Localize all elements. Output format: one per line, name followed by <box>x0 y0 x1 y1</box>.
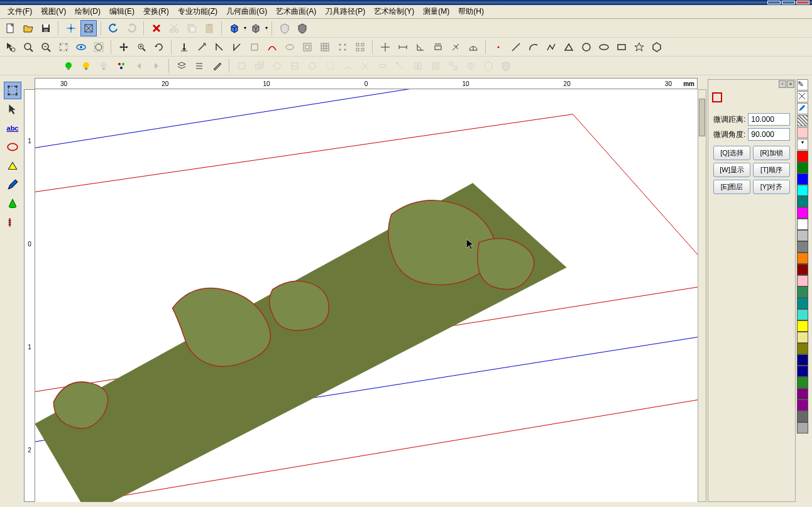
dim-horiz-icon[interactable] <box>395 39 411 55</box>
zoom-window-icon[interactable] <box>133 39 150 55</box>
color-swatch[interactable] <box>797 185 808 196</box>
shield-dark-icon[interactable] <box>294 20 310 36</box>
cube-gray-icon[interactable] <box>248 20 264 36</box>
menu-art[interactable]: 艺术曲面(A) <box>272 5 320 18</box>
line-icon[interactable] <box>508 39 524 55</box>
curve-icon[interactable] <box>264 39 280 55</box>
scrollbar-thumb[interactable] <box>699 99 705 136</box>
array2-icon[interactable] <box>352 39 368 55</box>
concentric-rect-icon[interactable] <box>299 39 315 55</box>
eye-icon[interactable] <box>73 39 89 55</box>
color-swatch[interactable] <box>797 264 808 275</box>
show-button[interactable]: [W]显示 <box>713 163 750 177</box>
cone-tool-icon[interactable] <box>4 195 21 212</box>
angle-up-icon[interactable] <box>211 39 228 55</box>
palette-hatch-icon[interactable] <box>797 115 808 126</box>
polyline-icon[interactable] <box>543 39 559 55</box>
polygon-icon[interactable] <box>649 39 665 55</box>
brush-icon[interactable] <box>209 58 225 74</box>
menu-artdraw[interactable]: 艺术绘制(Y) <box>370 5 418 18</box>
pencil-tool-icon[interactable] <box>4 176 21 194</box>
dim-box-icon[interactable] <box>430 39 446 55</box>
grid3-icon[interactable] <box>317 39 333 55</box>
layer-button[interactable]: [E]图层 <box>713 180 750 194</box>
rotate-view-icon[interactable] <box>151 39 167 55</box>
zoom-in-icon[interactable] <box>20 39 36 55</box>
shield-light-icon[interactable] <box>277 20 293 36</box>
color-swatch[interactable] <box>797 366 808 377</box>
color-swatch[interactable] <box>797 162 808 173</box>
color-swatch[interactable] <box>797 320 808 332</box>
color-swatch[interactable] <box>797 241 808 253</box>
menu-geom[interactable]: 几何曲面(G) <box>222 5 271 18</box>
zoom-fit-icon[interactable] <box>55 39 72 55</box>
arc-icon[interactable] <box>525 39 542 55</box>
menu-file[interactable]: 文件(F) <box>4 5 36 18</box>
color-swatch[interactable] <box>797 196 808 207</box>
dim-angle-icon[interactable] <box>412 39 429 55</box>
select-tool-icon[interactable] <box>4 82 21 99</box>
palette-dd-icon[interactable]: ▾ <box>797 139 808 150</box>
panel-close-icon[interactable]: × <box>787 80 794 88</box>
rect-outline-icon[interactable] <box>246 39 263 55</box>
rectangle-icon[interactable] <box>613 39 630 55</box>
menu-help[interactable]: 帮助(H) <box>454 5 488 18</box>
crosshair-icon[interactable] <box>377 39 393 55</box>
color-swatch[interactable] <box>797 377 808 388</box>
palette-x-icon[interactable] <box>797 91 808 102</box>
point-icon[interactable] <box>490 39 507 55</box>
color-swatch[interactable] <box>797 343 808 354</box>
dim-arc-icon[interactable] <box>447 39 464 55</box>
color-swatch[interactable] <box>797 332 808 343</box>
vertical-scrollbar[interactable] <box>698 89 706 502</box>
angle-down-icon[interactable] <box>229 39 245 55</box>
bulb-yellow-icon[interactable] <box>78 58 94 74</box>
ellipse-icon[interactable] <box>596 39 612 55</box>
triangle-icon[interactable] <box>561 39 577 55</box>
color-swatch[interactable] <box>797 286 808 298</box>
line-diag-icon[interactable] <box>194 39 210 55</box>
menu-view[interactable]: 视图(V) <box>37 5 70 18</box>
align-button[interactable]: [Y]对齐 <box>753 180 790 194</box>
menu-tool[interactable]: 刀具路径(P) <box>321 5 369 18</box>
protractor-icon[interactable] <box>465 39 481 55</box>
bulb-green-icon[interactable] <box>60 58 77 74</box>
close-button[interactable] <box>796 1 809 4</box>
stack-icon[interactable] <box>173 58 190 74</box>
color-swatch[interactable] <box>797 400 808 411</box>
circle-tool-icon[interactable] <box>4 138 21 156</box>
color-swatch[interactable] <box>797 207 808 219</box>
pan-icon[interactable] <box>116 39 132 55</box>
line-start-icon[interactable] <box>176 39 192 55</box>
new-file-icon[interactable] <box>3 20 19 36</box>
lock-button[interactable]: [R]加锁 <box>753 146 790 160</box>
color-swatch[interactable] <box>797 253 808 264</box>
palette-pink-icon[interactable] <box>797 127 808 138</box>
panel-tab-icon[interactable] <box>712 92 722 102</box>
palette-tool1-icon[interactable]: ✎ <box>797 79 808 90</box>
menu-transform[interactable]: 变换(R) <box>140 5 173 18</box>
menu-pro[interactable]: 专业功能(Z) <box>174 5 221 18</box>
save-file-icon[interactable] <box>38 20 54 36</box>
open-file-icon[interactable] <box>20 20 36 36</box>
zoom-out-icon[interactable] <box>38 39 54 55</box>
snap-grid-icon[interactable] <box>80 20 97 36</box>
atoms-icon[interactable] <box>113 58 129 74</box>
color-swatch[interactable] <box>797 411 808 422</box>
color-swatch[interactable] <box>797 298 808 309</box>
color-swatch[interactable] <box>797 354 808 366</box>
delete-icon[interactable] <box>148 20 165 36</box>
maximize-button[interactable] <box>782 1 795 4</box>
color-swatch[interactable] <box>797 151 808 162</box>
undo-icon[interactable] <box>106 20 122 36</box>
pointer-tool-icon[interactable] <box>4 101 21 118</box>
star-icon[interactable] <box>631 39 647 55</box>
select-button[interactable]: [Q]选择 <box>713 146 750 160</box>
measure-tool-icon[interactable] <box>4 214 21 231</box>
palette-pencil-icon[interactable] <box>797 103 808 114</box>
circle-icon[interactable] <box>578 39 595 55</box>
color-swatch[interactable] <box>797 230 808 241</box>
angle-input[interactable] <box>748 128 790 141</box>
color-swatch[interactable] <box>797 275 808 286</box>
menu-draw[interactable]: 绘制(D) <box>71 5 104 18</box>
